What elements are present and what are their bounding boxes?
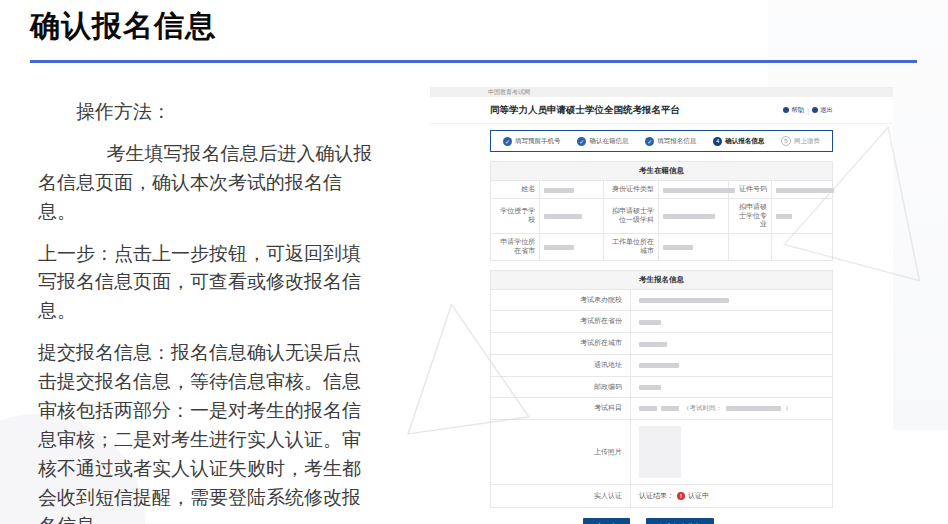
photo-cell [630, 420, 832, 485]
platform-screenshot: 中国教育考试网 同等学力人员申请硕士学位全国统考报名平台 帮助 | 退出 ✓ 填… [430, 87, 893, 460]
field-label: 拟申请硕士学位一级学科 [604, 198, 659, 233]
section-enrollment-info: 考生在籍信息 姓名 身份证件类型 证件号码 学位授予学校 拟申请硕士学位一级学科… [490, 161, 833, 261]
previous-step-button[interactable]: 上一步 [583, 518, 630, 524]
step-label: 填写预留手机号 [515, 137, 561, 146]
field-label: 邮政编码 [491, 376, 631, 398]
platform-title: 同等学力人员申请硕士学位全国统考报名平台 [490, 104, 783, 117]
field-label: 姓名 [491, 181, 540, 199]
field-value-redacted [659, 234, 729, 261]
site-topbar-label: 中国教育考试网 [488, 88, 530, 97]
field-value-redacted [772, 181, 833, 199]
step-fill-phone[interactable]: ✓ 填写预留手机号 [503, 137, 561, 146]
field-value-redacted [659, 181, 729, 199]
table-row: 考试所在城市 [491, 333, 833, 355]
field-label: 实人认证 [491, 485, 631, 508]
check-icon: ✓ [645, 137, 654, 146]
platform-header: 同等学力人员申请硕士学位全国统考报名平台 帮助 | 退出 [430, 97, 893, 124]
help-button[interactable]: 帮助 [783, 106, 804, 115]
title-divider [30, 60, 917, 63]
field-label: 身份证件类型 [604, 181, 659, 199]
field-label: 拟申请硕士学位专业 [728, 198, 771, 233]
uploaded-photo-placeholder [639, 426, 681, 478]
registration-table: 考试承办院校 考试所在省份 考试所在城市 通讯地址 邮政编码 考试科目 [490, 289, 833, 509]
enrollment-table: 姓名 身份证件类型 证件号码 学位授予学校 拟申请硕士学位一级学科 拟申请硕士学… [490, 180, 833, 261]
table-row: 姓名 身份证件类型 证件号码 [491, 181, 833, 199]
field-label: 上传照片 [491, 420, 631, 485]
field-label: 考试科目 [491, 398, 631, 420]
check-icon: ✓ [503, 137, 512, 146]
table-row: 考试承办院校 [491, 289, 833, 311]
step-label: 填写报名信息 [657, 137, 696, 146]
step-confirm-registration[interactable]: 4 确认报名信息 [713, 137, 764, 146]
step-label: 网上缴费 [794, 137, 820, 146]
field-value-redacted [630, 376, 832, 398]
page-title: 确认报名信息 [30, 6, 216, 47]
check-icon: ✓ [577, 137, 586, 146]
step-confirm-enrollment[interactable]: ✓ 确认在籍信息 [577, 137, 628, 146]
paragraph-submit: 提交报名信息：报名信息确认无误后点击提交报名信息，等待信息审核。信息审核包括两部… [38, 339, 376, 524]
step-label: 确认报名信息 [725, 137, 764, 146]
field-value-redacted [659, 198, 729, 233]
action-buttons: 上一步 提交报名信息 [417, 518, 880, 524]
header-separator: | [807, 107, 809, 114]
field-label: 工作单位所在城市 [604, 234, 659, 261]
section-registration-info: 考生报名信息 考试承办院校 考试所在省份 考试所在城市 通讯地址 邮政编码 [490, 270, 833, 509]
section-title: 考生报名信息 [490, 270, 833, 289]
progress-stepper: ✓ 填写预留手机号 ✓ 确认在籍信息 ✓ 填写报名信息 4 确认报名信息 5 网… [490, 130, 833, 152]
table-row: 实人认证 认证结果： ! 认证中 [491, 485, 833, 508]
table-row: 通讯地址 [491, 354, 833, 376]
auth-cell: 认证结果： ! 认证中 [630, 485, 832, 508]
exam-time-suffix: ） [785, 404, 792, 413]
field-label: 考试所在城市 [491, 333, 631, 355]
help-label: 帮助 [791, 106, 804, 115]
table-row: 邮政编码 [491, 376, 833, 398]
step-online-payment[interactable]: 5 网上缴费 [781, 136, 820, 146]
instructions: 操作方法： 考生填写报名信息后进入确认报名信息页面，确认本次考试的报名信息。 上… [38, 98, 376, 524]
auth-result-label: 认证结果： [639, 491, 674, 501]
logout-button[interactable]: 退出 [812, 106, 833, 115]
field-value-redacted [639, 406, 657, 411]
field-value-redacted [540, 234, 604, 261]
logout-icon [812, 107, 818, 113]
table-row: 考试科目 （考试时间： ） [491, 398, 833, 420]
step-number-badge: 5 [781, 136, 791, 146]
field-value-redacted [630, 311, 832, 333]
field-label: 通讯地址 [491, 354, 631, 376]
field-label: 考试承办院校 [491, 289, 631, 311]
field-label: 申请学位所在省市 [491, 234, 540, 261]
site-topbar: 中国教育考试网 [430, 87, 893, 97]
field-value-redacted [726, 406, 781, 411]
help-icon [783, 107, 789, 113]
field-label: 考试所在省份 [491, 311, 631, 333]
paragraph-method-heading: 操作方法： [38, 98, 376, 127]
exam-time-prefix: （考试时间： [683, 404, 722, 413]
field-value-redacted [630, 289, 832, 311]
field-value-redacted [772, 198, 833, 233]
section-title: 考生在籍信息 [490, 161, 833, 180]
field-value-redacted [630, 333, 832, 355]
logout-label: 退出 [820, 106, 833, 115]
field-value-redacted [540, 181, 604, 199]
step-label: 确认在籍信息 [589, 137, 628, 146]
exam-subject-value: （考试时间： ） [630, 398, 832, 420]
table-row: 申请学位所在省市 工作单位所在城市 [491, 234, 833, 261]
field-value-redacted [540, 198, 604, 233]
alert-icon: ! [677, 492, 685, 500]
paragraph-prev-step: 上一步：点击上一步按钮，可返回到填写报名信息页面，可查看或修改报名信息。 [38, 240, 376, 327]
auth-status-badge: 认证中 [688, 491, 709, 501]
step-fill-registration[interactable]: ✓ 填写报名信息 [645, 137, 696, 146]
field-value-empty [772, 234, 833, 261]
field-label-empty [728, 234, 771, 261]
table-row: 考试所在省份 [491, 311, 833, 333]
submit-registration-button[interactable]: 提交报名信息 [646, 518, 714, 524]
field-value-redacted [630, 354, 832, 376]
table-row: 上传照片 [491, 420, 833, 485]
field-value-redacted [661, 406, 679, 411]
table-row: 学位授予学校 拟申请硕士学位一级学科 拟申请硕士学位专业 [491, 198, 833, 233]
field-label: 学位授予学校 [491, 198, 540, 233]
header-actions: 帮助 | 退出 [783, 106, 833, 115]
paragraph-intro: 考生填写报名信息后进入确认报名信息页面，确认本次考试的报名信息。 [38, 140, 376, 227]
step-number-badge: 4 [713, 137, 722, 146]
